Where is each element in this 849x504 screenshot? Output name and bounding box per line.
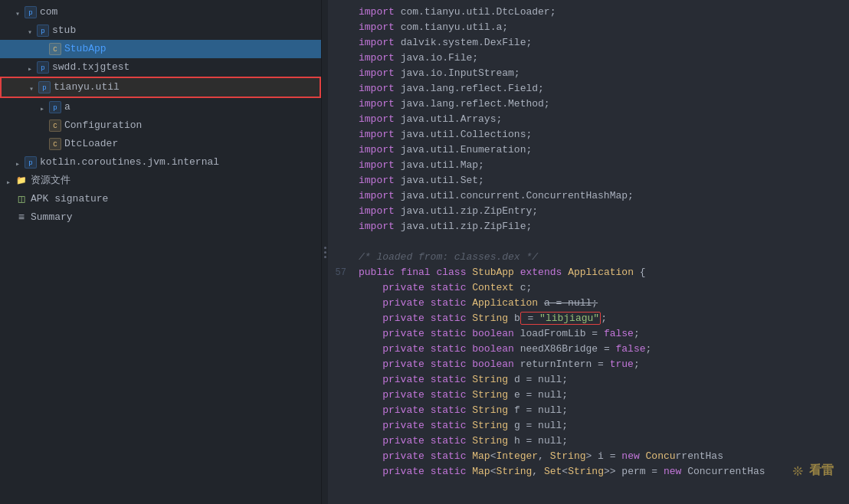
divider-dot — [324, 256, 326, 258]
class-icon: C — [49, 138, 61, 150]
sidebar-item-resources[interactable]: 📁 资源文件 — [0, 172, 321, 190]
sidebar-item-stub[interactable]: p stub — [0, 21, 321, 40]
sidebar-item-dtcloader[interactable]: C DtcLoader — [0, 135, 321, 153]
class-icon: C — [49, 43, 61, 55]
code-panel: import com.tianyu.util.DtcLoader; import… — [328, 0, 849, 504]
sidebar-item-label: stub — [52, 23, 76, 38]
watermark-logo: ❊ — [793, 460, 803, 481]
sidebar-item-swdd[interactable]: p swdd.txjgtest — [0, 58, 321, 77]
sidebar-item-com[interactable]: p com — [0, 3, 321, 21]
code-line: private static String g = null; — [328, 420, 849, 435]
code-content: private static boolean loadFromLib = fal… — [359, 328, 840, 339]
code-line: private static String f = null; — [328, 404, 849, 420]
code-line: import java.util.Arrays; — [328, 113, 849, 129]
sidebar-item-label: tianyu.util — [54, 80, 120, 95]
code-content: import java.util.Collections; — [359, 129, 840, 140]
code-line: import java.io.File; — [328, 52, 849, 67]
code-content: import java.util.Set; — [359, 175, 840, 186]
code-content: import java.lang.reflect.Field; — [359, 83, 840, 94]
code-content: private static Context c; — [359, 282, 840, 293]
sidebar-item-label: Configuration — [64, 118, 142, 133]
sidebar-item-label: StubApp — [64, 41, 107, 57]
code-content: import java.io.InputStream; — [359, 67, 840, 79]
code-line: private static Map<String, Set<String>> … — [328, 466, 849, 481]
code-content: private static boolean returnIntern = tr… — [359, 358, 840, 370]
panel-divider[interactable] — [322, 0, 328, 504]
code-content: import java.lang.reflect.Method; — [359, 98, 840, 110]
code-content: private static boolean needX86Bridge = f… — [359, 343, 840, 355]
package-icon: p — [37, 25, 49, 37]
code-line: import com.tianyu.util.DtcLoader; — [328, 6, 849, 21]
code-line: /* loaded from: classes.dex */ — [328, 251, 849, 267]
divider-dot — [324, 247, 326, 249]
code-content: public final class StubApp extends Appli… — [359, 267, 840, 278]
code-content: private static String b = "libjiagu"; — [359, 313, 840, 324]
code-content: import dalvik.system.DexFile; — [359, 37, 840, 48]
sidebar-item-stubapp[interactable]: C StubApp — [0, 40, 321, 58]
arrow-icon — [37, 102, 48, 113]
sidebar-item-kotlin[interactable]: p kotlin.coroutines.jvm.internal — [0, 153, 321, 172]
code-line: private static String d = null; — [328, 374, 849, 389]
code-line: private static Context c; — [328, 282, 849, 297]
code-content: import java.util.zip.ZipFile; — [359, 221, 840, 232]
folder-icon: 📁 — [15, 175, 28, 187]
arrow-icon — [25, 25, 35, 36]
code-content: import java.util.concurrent.ConcurrentHa… — [359, 190, 840, 201]
arrow-icon — [12, 7, 23, 18]
class-icon: C — [49, 119, 61, 132]
line-number: 57 — [328, 267, 359, 278]
sidebar-item-label: swdd.txjgtest — [52, 60, 129, 75]
code-content: import java.util.Arrays; — [359, 113, 840, 125]
sidebar-item-configuration[interactable]: C Configuration — [0, 116, 321, 135]
sidebar-item-a[interactable]: p a — [0, 98, 321, 116]
package-icon: p — [37, 61, 49, 74]
sidebar-item-tianyu-util[interactable]: p tianyu.util — [0, 77, 321, 98]
package-icon: p — [38, 81, 51, 93]
sidebar-item-label: Summary — [31, 210, 73, 225]
code-content: import java.util.Enumeration; — [359, 144, 840, 155]
apk-icon: ◫ — [15, 193, 28, 205]
sidebar-item-label: APK signature — [31, 191, 108, 207]
code-line — [328, 236, 849, 251]
code-line: private static boolean loadFromLib = fal… — [328, 328, 849, 343]
sidebar-item-apk-signature[interactable]: ◫ APK signature — [0, 190, 321, 208]
code-content: import java.util.zip.ZipEntry; — [359, 205, 840, 217]
code-content: import com.tianyu.util.a; — [359, 21, 840, 33]
code-content — [359, 236, 840, 247]
sidebar-item-label: a — [64, 100, 70, 115]
code-line-57: 57 public final class StubApp extends Ap… — [328, 267, 849, 282]
code-content: private static String g = null; — [359, 420, 840, 431]
package-icon: p — [25, 6, 37, 18]
code-line: import java.util.zip.ZipEntry; — [328, 205, 849, 221]
summary-icon: ≡ — [15, 211, 28, 224]
arrow-icon — [25, 62, 35, 73]
package-icon: p — [49, 101, 61, 113]
arrow-icon — [26, 82, 37, 93]
code-line: import java.util.zip.ZipFile; — [328, 221, 849, 236]
arrow-icon — [3, 175, 14, 186]
code-line: import java.lang.reflect.Field; — [328, 83, 849, 98]
code-line: import com.tianyu.util.a; — [328, 21, 849, 37]
package-icon: p — [25, 156, 37, 169]
code-line-libjiagu: private static String b = "libjiagu"; — [328, 313, 849, 328]
sidebar: p com p stub C StubApp p swdd.txjgtest p… — [0, 0, 322, 504]
code-line: import java.util.Enumeration; — [328, 144, 849, 159]
code-line: import java.util.Collections; — [328, 129, 849, 144]
code-content: private static String h = null; — [359, 435, 840, 447]
sidebar-item-label: kotlin.coroutines.jvm.internal — [40, 155, 219, 170]
arrow-icon — [12, 157, 23, 168]
code-line: private static String e = null; — [328, 389, 849, 404]
code-line: import java.io.InputStream; — [328, 67, 849, 83]
code-content: import java.io.File; — [359, 52, 840, 64]
code-content: private static String d = null; — [359, 374, 840, 385]
code-line: import java.lang.reflect.Method; — [328, 98, 849, 113]
code-line: private static Application a = null; — [328, 297, 849, 313]
sidebar-item-label: 资源文件 — [31, 173, 70, 188]
sidebar-item-label: DtcLoader — [64, 136, 118, 152]
code-content: import com.tianyu.util.DtcLoader; — [359, 6, 840, 18]
sidebar-item-summary[interactable]: ≡ Summary — [0, 208, 321, 227]
code-line: private static boolean returnIntern = tr… — [328, 358, 849, 374]
watermark: ❊ 看雷 — [793, 460, 834, 481]
code-content: private static Application a = null; — [359, 297, 840, 309]
code-content: private static String f = null; — [359, 404, 840, 416]
